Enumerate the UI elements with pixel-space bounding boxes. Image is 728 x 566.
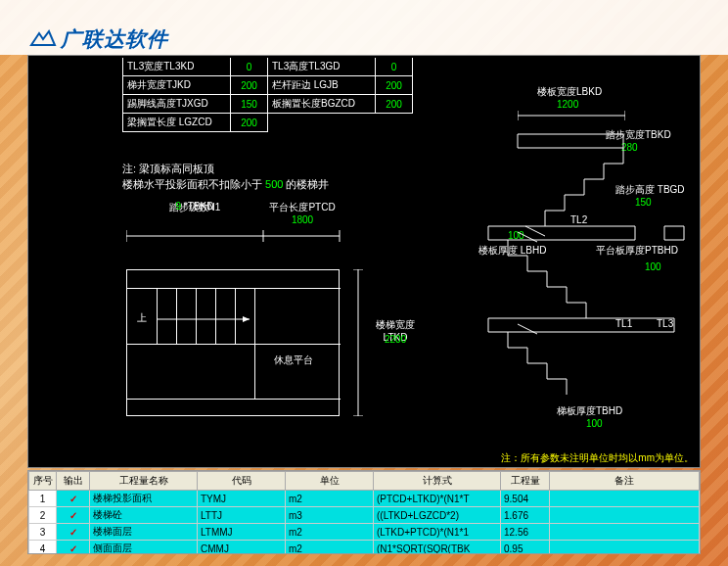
- checkbox-icon[interactable]: ✓: [69, 510, 77, 521]
- brand-logo: 广联达软件: [29, 25, 168, 53]
- checkbox-icon[interactable]: ✓: [69, 527, 77, 538]
- note-projection: 楼梯水平投影面积不扣除小于 500 的楼梯井: [122, 177, 329, 192]
- note-beam-top: 注: 梁顶标高同板顶: [122, 162, 214, 176]
- unit-note: 注：所有参数未注明单位时均以mm为单位。: [501, 451, 694, 465]
- quantity-grid[interactable]: 序号 输出 工程量名称 代码 单位 计算式 工程量 备注 1✓楼梯投影面积TYM…: [27, 470, 701, 554]
- table-row[interactable]: 1✓楼梯投影面积TYMJm2(PTCD+LTKD)*(N1*T9.504: [29, 491, 700, 507]
- plan-diagram: 踏步级数N1 9 *TBKD 平台长度PTCD 1800 上 休息平台: [126, 201, 420, 426]
- table-row[interactable]: 2✓楼梯砼LTTJm3((LTKD+LGZCD*2)1.676: [29, 507, 700, 524]
- parameter-table: TL3宽度TL3KD0TL3高度TL3GD0 梯井宽度TJKD200栏杆距边 L…: [122, 58, 413, 132]
- checkbox-icon[interactable]: ✓: [69, 494, 77, 504]
- quantity-table: 序号 输出 工程量名称 代码 单位 计算式 工程量 备注 1✓楼梯投影面积TYM…: [28, 471, 700, 554]
- svg-line-13: [525, 226, 545, 236]
- checkbox-icon[interactable]: ✓: [69, 543, 77, 554]
- cad-viewport[interactable]: TL3宽度TL3KD0TL3高度TL3GD0 梯井宽度TJKD200栏杆距边 L…: [27, 55, 701, 468]
- brand-text: 广联达软件: [61, 25, 168, 53]
- app-header: 广联达软件: [0, 0, 728, 55]
- table-row[interactable]: 4✓侧面面层CMMJm2(N1*SQRT(SQR(TBK0.95: [29, 541, 700, 555]
- stair-section-svg: [449, 75, 694, 448]
- table-row[interactable]: 3✓楼梯面层LTMMJm2(LTKD+PTCD)*(N1*112.56: [29, 524, 700, 541]
- grandsoft-icon: [29, 29, 57, 49]
- section-diagram: 楼板宽度LBKD 1200 踏步宽度TBKD 280 踏步高度 TBGD 150…: [449, 75, 694, 457]
- table-header-row: 序号 输出 工程量名称 代码 单位 计算式 工程量 备注: [29, 472, 700, 491]
